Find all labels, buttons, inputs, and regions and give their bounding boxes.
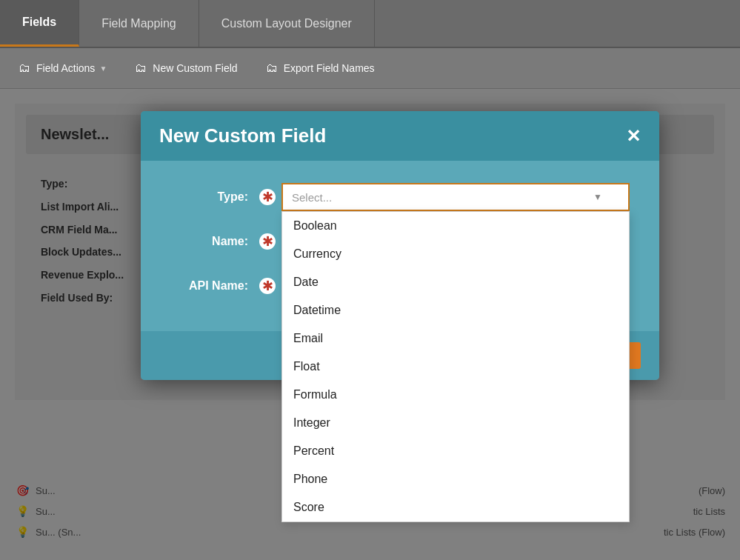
modal-header: New Custom Field ✕ — [141, 111, 659, 161]
tab-fields-label: Fields — [22, 16, 56, 29]
type-select[interactable]: Select... ▼ — [281, 183, 630, 211]
dropdown-item-percent[interactable]: Percent — [282, 437, 629, 465]
dropdown-item-boolean[interactable]: Boolean — [282, 212, 629, 240]
form-label-type: Type: — [170, 190, 259, 204]
tab-field-mapping[interactable]: Field Mapping — [79, 0, 199, 47]
new-custom-field-icon: 🗂 — [133, 61, 148, 76]
required-star-type: ✱ — [259, 189, 276, 205]
export-field-names-icon: 🗂 — [264, 61, 279, 76]
dropdown-item-float[interactable]: Float — [282, 353, 629, 381]
dropdown-item-currency[interactable]: Currency — [282, 240, 629, 268]
tab-field-mapping-label: Field Mapping — [101, 17, 176, 30]
field-actions-icon: 🗂 — [17, 61, 32, 76]
toolbar: 🗂 Field Actions ▼ 🗂 New Custom Field 🗂 E… — [0, 48, 740, 89]
required-star-api-name: ✱ — [259, 278, 276, 294]
select-arrow-icon: ▼ — [593, 192, 602, 202]
top-nav: Fields Field Mapping Custom Layout Desig… — [0, 0, 740, 48]
type-dropdown-list: Boolean Currency Date Datetime Email Flo… — [281, 211, 630, 522]
export-field-names-button[interactable]: 🗂 Export Field Names — [259, 58, 381, 79]
dropdown-item-formula[interactable]: Formula — [282, 381, 629, 409]
form-label-api-name: API Name: — [170, 279, 259, 293]
dropdown-item-phone[interactable]: Phone — [282, 465, 629, 493]
required-star-name: ✱ — [259, 233, 276, 250]
form-label-name: Name: — [170, 235, 259, 248]
form-row-type: Type: ✱ Select... ▼ Boolean Currency Dat… — [170, 183, 630, 211]
modal-close-button[interactable]: ✕ — [626, 126, 641, 147]
main-content: Newslet... Type: List Import Ali... CRM … — [0, 89, 740, 560]
type-select-wrapper: Select... ▼ Boolean Currency Date Dateti… — [281, 183, 630, 211]
new-custom-field-modal: New Custom Field ✕ Type: ✱ Select... ▼ — [141, 111, 659, 380]
export-field-names-label: Export Field Names — [284, 62, 375, 74]
new-custom-field-label: New Custom Field — [153, 62, 237, 74]
dropdown-item-date[interactable]: Date — [282, 268, 629, 296]
tab-fields[interactable]: Fields — [0, 0, 79, 47]
dropdown-item-integer[interactable]: Integer — [282, 409, 629, 437]
modal-title: New Custom Field — [159, 124, 326, 147]
field-actions-label: Field Actions — [36, 62, 95, 74]
dropdown-item-datetime[interactable]: Datetime — [282, 296, 629, 324]
dropdown-item-score[interactable]: Score — [282, 493, 629, 521]
field-actions-dropdown-icon: ▼ — [99, 64, 107, 73]
tab-custom-layout-designer[interactable]: Custom Layout Designer — [199, 0, 375, 47]
modal-body: Type: ✱ Select... ▼ Boolean Currency Dat… — [141, 161, 659, 331]
dropdown-item-email[interactable]: Email — [282, 324, 629, 353]
tab-custom-layout-designer-label: Custom Layout Designer — [221, 17, 352, 30]
field-actions-button[interactable]: 🗂 Field Actions ▼ — [11, 58, 113, 79]
select-placeholder: Select... — [292, 191, 332, 204]
new-custom-field-button[interactable]: 🗂 New Custom Field — [127, 58, 243, 79]
dropdown-list-inner[interactable]: Boolean Currency Date Datetime Email Flo… — [282, 212, 629, 521]
